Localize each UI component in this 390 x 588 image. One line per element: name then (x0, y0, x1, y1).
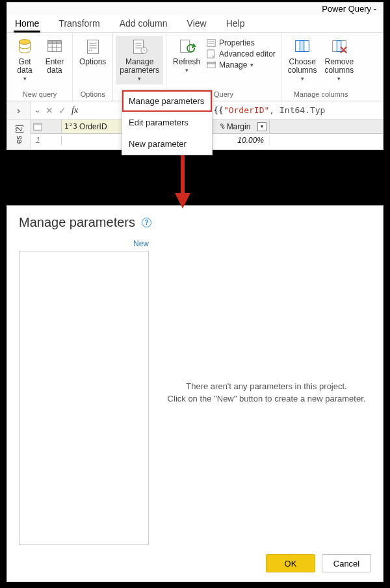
parameter-list[interactable] (19, 251, 149, 545)
menu-manage-parameters[interactable]: Manage parameters (122, 90, 212, 112)
ribbon-group-manage-columns: Choose columns ▾ Remove columns ▾ Manage… (281, 33, 360, 101)
chevron-down-icon: ▾ (138, 75, 141, 83)
options-button[interactable]: Options (75, 36, 110, 68)
window-title: Power Query - (7, 3, 383, 15)
get-data-label: Get data (17, 58, 32, 75)
new-parameter-link[interactable]: New (133, 239, 149, 248)
svg-rect-23 (207, 62, 215, 64)
remove-columns-label: Remove columns (325, 58, 354, 75)
chevron-down-icon: ▾ (337, 75, 341, 83)
enter-data-label: Enter data (46, 58, 64, 75)
tab-transform[interactable]: Transform (57, 16, 101, 32)
ribbon-tabs: Home Transform Add column View Help (7, 15, 383, 33)
manage-parameters-dialog: Manage parameters ? New There aren't any… (6, 205, 384, 582)
menu-new-parameter[interactable]: New parameter (122, 133, 212, 155)
percent-type-icon: % (220, 122, 225, 131)
chevron-down-icon: ▾ (301, 75, 304, 83)
svg-marker-33 (175, 193, 190, 209)
refresh-label: Refresh (173, 58, 200, 66)
properties-icon (207, 38, 216, 47)
queries-side-label[interactable]: es [2] (7, 120, 31, 149)
group-label-options: Options (75, 90, 110, 99)
svg-point-0 (20, 40, 31, 45)
advanced-editor-label: Advanced editor (219, 49, 276, 58)
cell-margin[interactable]: 10.00% (218, 136, 270, 145)
get-data-button[interactable]: Get data ▾ (10, 36, 40, 84)
column-header-margin-label: Margin (227, 122, 251, 131)
menu-edit-parameters[interactable]: Edit parameters (122, 112, 212, 133)
database-icon (15, 37, 34, 57)
formula-controls: ⌄ ✕ ✓ fx (31, 101, 128, 119)
svg-rect-18 (207, 40, 215, 47)
enter-data-button[interactable]: Enter data (40, 36, 70, 76)
svg-point-11 (91, 50, 92, 51)
empty-line1: There aren't any parameters in this proj… (186, 381, 346, 391)
choose-columns-icon (292, 37, 312, 57)
row-header-corner (31, 120, 62, 133)
svg-rect-2 (48, 41, 62, 44)
help-icon[interactable]: ? (142, 218, 151, 227)
ribbon-group-options: Options Options (73, 33, 113, 101)
properties-button[interactable]: Properties (207, 38, 276, 47)
cancel-button[interactable]: Cancel (322, 554, 371, 572)
chevron-down-icon: ▾ (250, 62, 254, 68)
chevron-down-icon: ▾ (23, 75, 27, 83)
svg-rect-6 (87, 40, 98, 54)
remove-columns-button[interactable]: Remove columns ▾ (321, 36, 358, 84)
tab-home[interactable]: Home (14, 16, 40, 32)
choose-columns-label: Choose columns (288, 58, 317, 75)
dialog-title: Manage parameters (19, 215, 135, 230)
advanced-editor-icon (207, 49, 216, 58)
row-number: 1 (31, 136, 62, 145)
svg-rect-31 (34, 123, 42, 125)
parameter-list-panel: New (19, 239, 149, 545)
group-label-new-query: New query (10, 90, 70, 99)
advanced-editor-button[interactable]: Advanced editor (207, 49, 276, 58)
properties-label: Properties (219, 38, 255, 47)
chevron-down-icon: ▾ (185, 66, 188, 75)
manage-parameters-button[interactable]: Manage parameters ▾ (116, 36, 163, 84)
formula-accept-icon[interactable]: ✓ (58, 105, 66, 116)
manage-button[interactable]: Manage ▾ (207, 60, 276, 70)
tab-help[interactable]: Help (225, 16, 246, 32)
tab-add-column[interactable]: Add column (118, 16, 169, 32)
ok-button[interactable]: OK (266, 554, 315, 572)
empty-line2: Click on the "New" button to create a ne… (168, 394, 366, 403)
parameters-icon (130, 37, 150, 57)
queries-pane-toggle[interactable]: › (7, 101, 31, 119)
empty-state: There aren't any parameters in this proj… (162, 239, 371, 545)
column-header-orderid[interactable]: 1²3 OrderID (62, 120, 127, 133)
refresh-button[interactable]: Refresh ▾ (169, 36, 204, 76)
manage-label: Manage (219, 60, 247, 70)
group-label-manage-columns: Manage columns (284, 90, 358, 99)
table-icon (45, 37, 64, 57)
chevron-down-icon[interactable]: ⌄ (34, 106, 40, 114)
manage-parameters-label: Manage parameters (120, 58, 159, 75)
int-type-icon: 1²3 (64, 122, 77, 131)
svg-rect-27 (337, 41, 341, 52)
ribbon-group-new-query: Get data ▾ Enter data New query (7, 33, 73, 101)
options-label: Options (79, 58, 106, 66)
fx-icon[interactable]: fx (72, 105, 78, 116)
annotation-arrow (173, 151, 192, 210)
tab-view[interactable]: View (186, 16, 208, 32)
column-header-margin[interactable]: % Margin ▾ (218, 120, 270, 133)
table-icon (33, 122, 42, 131)
dialog-buttons: OK Cancel (19, 554, 371, 572)
manage-icon (207, 60, 216, 70)
manage-parameters-dropdown: Manage parameters Edit parameters New pa… (122, 90, 213, 155)
remove-columns-icon (330, 37, 349, 57)
column-header-orderid-label: OrderID (79, 122, 107, 131)
choose-columns-button[interactable]: Choose columns ▾ (284, 36, 321, 84)
list-icon (83, 37, 103, 57)
formula-cancel-icon[interactable]: ✕ (46, 105, 53, 116)
column-filter-button[interactable]: ▾ (257, 122, 266, 131)
svg-point-10 (88, 50, 90, 51)
refresh-icon (177, 37, 196, 57)
svg-rect-25 (300, 41, 304, 52)
